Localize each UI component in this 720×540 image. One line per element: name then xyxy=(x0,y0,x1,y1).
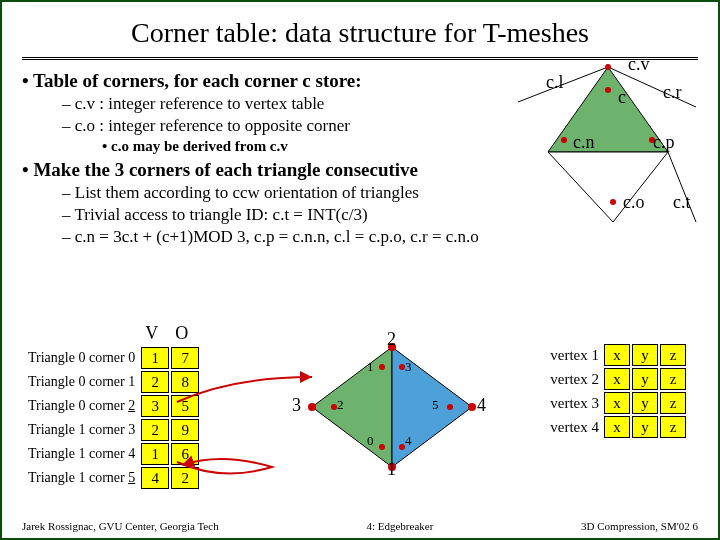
footer-right: 3D Compression, SM'02 6 xyxy=(581,520,698,532)
corner-table: VOTriangle 0 corner 017Triangle 0 corner… xyxy=(22,320,201,491)
vertex-z-cell: z xyxy=(660,416,686,438)
svg-point-16 xyxy=(379,364,385,370)
corner-row-label: Triangle 0 corner 0 xyxy=(24,347,139,369)
svg-marker-1 xyxy=(548,152,668,222)
corner-o-cell: 5 xyxy=(171,395,199,417)
corner-diagram: c.v c.l c.r c c.n c.p c.o c.t xyxy=(518,62,698,232)
svg-point-9 xyxy=(610,199,616,205)
corner-o-cell: 8 xyxy=(171,371,199,393)
corner-4-label: 4 xyxy=(405,433,412,449)
vertex-y-cell: y xyxy=(632,416,658,438)
vtx-3-label: 3 xyxy=(292,395,301,416)
vertex-x-cell: x xyxy=(604,344,630,366)
corner-3-label: 3 xyxy=(405,359,412,375)
corner-v-cell: 1 xyxy=(141,347,169,369)
label-cp: c.p xyxy=(653,132,675,153)
vertex-x-cell: x xyxy=(604,392,630,414)
corner-o-cell: 2 xyxy=(171,467,199,489)
footer: Jarek Rossignac, GVU Center, Georgia Tec… xyxy=(22,520,698,532)
vtx-2-label: 2 xyxy=(387,329,396,350)
corner-row-label: Triangle 1 corner 5 xyxy=(24,467,139,489)
footer-mid: 4: Edgebreaker xyxy=(366,520,433,532)
label-c: c xyxy=(618,87,626,108)
corner-v-cell: 3 xyxy=(141,395,169,417)
label-cv: c.v xyxy=(628,54,650,75)
vertex-y-cell: y xyxy=(632,368,658,390)
vertex-x-cell: x xyxy=(604,368,630,390)
vertex-z-cell: z xyxy=(660,344,686,366)
vertex-table: vertex 1xyzvertex 2xyzvertex 3xyzvertex … xyxy=(545,342,688,440)
vertex-y-cell: y xyxy=(632,392,658,414)
corner-row-label: Triangle 1 corner 4 xyxy=(24,443,139,465)
corner-o-cell: 9 xyxy=(171,419,199,441)
svg-point-5 xyxy=(605,64,611,70)
vtx-4-label: 4 xyxy=(477,395,486,416)
svg-point-13 xyxy=(308,403,316,411)
corner-2-label: 2 xyxy=(337,397,344,413)
title-rule xyxy=(22,57,698,60)
svg-point-6 xyxy=(605,87,611,93)
corner-o-cell: 6 xyxy=(171,443,199,465)
corner-0-label: 0 xyxy=(367,433,374,449)
vertex-z-cell: z xyxy=(660,392,686,414)
vertex-row-label: vertex 1 xyxy=(547,344,602,366)
vertex-x-cell: x xyxy=(604,416,630,438)
vtx-1-label: 1 xyxy=(387,459,396,480)
vertex-row-label: vertex 4 xyxy=(547,416,602,438)
slide-title: Corner table: data structure for T-meshe… xyxy=(22,17,698,49)
vertex-z-cell: z xyxy=(660,368,686,390)
corner-v-cell: 4 xyxy=(141,467,169,489)
corner-row-label: Triangle 1 corner 3 xyxy=(24,419,139,441)
corner-row-label: Triangle 0 corner 2 xyxy=(24,395,139,417)
corner-v-cell: 2 xyxy=(141,419,169,441)
svg-point-15 xyxy=(468,403,476,411)
footer-left: Jarek Rossignac, GVU Center, Georgia Tec… xyxy=(22,520,219,532)
corner-v-cell: 2 xyxy=(141,371,169,393)
svg-point-18 xyxy=(379,444,385,450)
svg-point-21 xyxy=(447,404,453,410)
label-cn: c.n xyxy=(573,132,595,153)
label-ct: c.t xyxy=(673,192,691,213)
corner-row-label: Triangle 0 corner 1 xyxy=(24,371,139,393)
label-co: c.o xyxy=(623,192,645,213)
vertex-row-label: vertex 2 xyxy=(547,368,602,390)
corner-1-label: 1 xyxy=(367,359,374,375)
label-cl: c.l xyxy=(546,72,564,93)
corner-o-cell: 7 xyxy=(171,347,199,369)
vertex-row-label: vertex 3 xyxy=(547,392,602,414)
corner-v-cell: 1 xyxy=(141,443,169,465)
corner-5-label: 5 xyxy=(432,397,439,413)
svg-point-7 xyxy=(561,137,567,143)
vertex-y-cell: y xyxy=(632,344,658,366)
triangle-pair-diagram: 2 3 1 4 1 2 0 3 4 5 xyxy=(292,337,492,477)
label-cr: c.r xyxy=(663,82,681,103)
